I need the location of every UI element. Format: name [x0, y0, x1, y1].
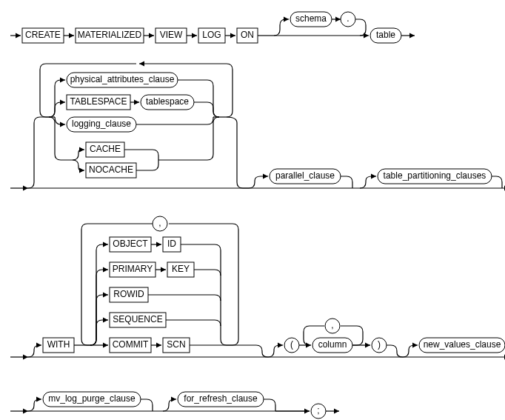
keyword-view-label: VIEW — [160, 30, 183, 40]
keyword-commit-label: COMMIT — [113, 339, 149, 350]
keyword-cache-label: CACHE — [90, 144, 121, 154]
nonterm-column-label: column — [318, 339, 347, 350]
row-4: mv_log_purge_clause for_refresh_clause ; — [10, 392, 339, 419]
token-comma-2-label: , — [331, 320, 333, 330]
keyword-log-label: LOG — [202, 30, 221, 40]
keyword-sequence-label: SEQUENCE — [113, 314, 162, 324]
keyword-scn-label: SCN — [167, 339, 185, 350]
keyword-create-label: CREATE — [25, 30, 61, 40]
keyword-with-label: WITH — [47, 339, 70, 350]
nonterm-for-refresh-label: for_refresh_clause — [184, 393, 258, 404]
row-3: WITH OBJECT ID PRIMARY KEY ROWID SEQUENC… — [10, 216, 505, 357]
keyword-materialized-label: MATERIALIZED — [78, 30, 142, 40]
nonterm-table-partitioning-label: table_partitioning_clauses — [384, 170, 486, 181]
nonterm-tablespace-label: tablespace — [146, 96, 189, 107]
nonterm-new-values-clause-label: new_values_clause — [424, 339, 501, 350]
railroad-diagram: CREATE MATERIALIZED VIEW LOG ON schema .… — [7, 7, 505, 420]
nonterm-schema-label: schema — [295, 13, 327, 24]
nonterm-logging-clause-label: logging_clause — [72, 119, 131, 129]
keyword-primary-label: PRIMARY — [113, 264, 153, 274]
token-rparen-label: ) — [378, 339, 381, 350]
keyword-object-label: OBJECT — [113, 239, 148, 249]
token-semicolon-label: ; — [317, 405, 319, 416]
keyword-rowid-label: ROWID — [113, 289, 144, 299]
row-1: CREATE MATERIALIZED VIEW LOG ON schema .… — [10, 12, 415, 43]
keyword-nocache-label: NOCACHE — [89, 164, 133, 175]
keyword-key-label: KEY — [172, 264, 190, 274]
nonterm-physical-attributes-label: physical_attributes_clause — [70, 74, 175, 84]
token-lparen-label: ( — [290, 339, 293, 350]
keyword-on-label: ON — [241, 30, 254, 40]
nonterm-mv-log-purge-label: mv_log_purge_clause — [48, 393, 136, 404]
keyword-tablespace-label: TABLESPACE — [70, 96, 127, 107]
row-2: physical_attributes_clause TABLESPACE ta… — [10, 64, 505, 188]
keyword-id-label: ID — [167, 239, 176, 249]
nonterm-table-label: table — [376, 30, 395, 40]
nonterm-parallel-clause-label: parallel_clause — [275, 170, 335, 181]
token-dot-label: . — [347, 13, 349, 24]
token-comma-1-label: , — [158, 218, 161, 228]
